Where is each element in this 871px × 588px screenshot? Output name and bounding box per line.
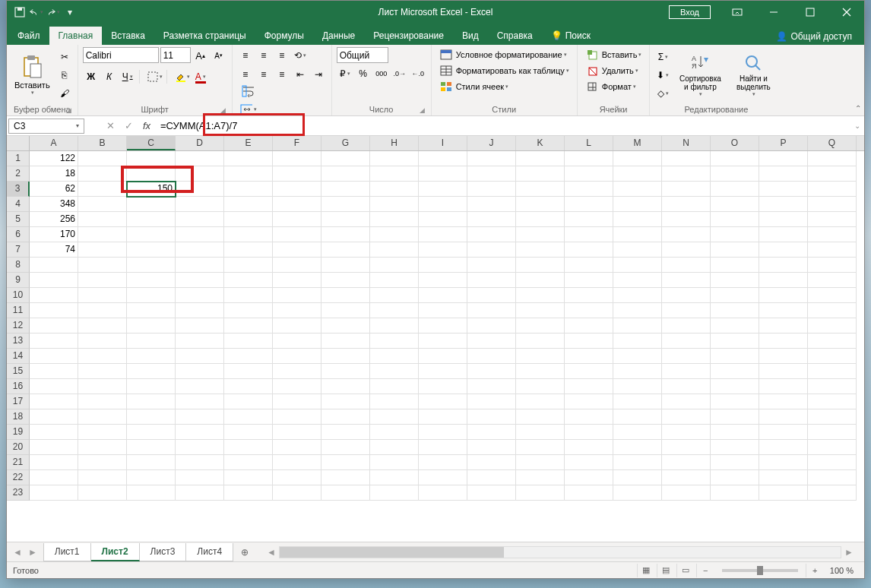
font-color-icon[interactable]: A (192, 68, 209, 85)
align-center-icon[interactable]: ≡ (255, 66, 272, 83)
cell[interactable] (273, 394, 321, 409)
cell[interactable] (273, 273, 321, 288)
cell[interactable] (662, 425, 711, 440)
cell[interactable] (78, 485, 127, 501)
cell[interactable] (370, 364, 419, 379)
cell[interactable] (419, 197, 467, 212)
cell[interactable] (516, 151, 565, 166)
cell[interactable] (467, 455, 516, 470)
cell[interactable] (516, 318, 565, 334)
cell[interactable] (78, 212, 127, 227)
name-box[interactable]: C3 (8, 119, 84, 134)
cell[interactable] (759, 197, 808, 212)
cell[interactable] (78, 151, 127, 166)
cell[interactable]: 122 (30, 151, 78, 166)
cell[interactable] (613, 303, 662, 318)
cell[interactable] (224, 440, 273, 455)
cell[interactable] (321, 470, 370, 485)
number-launcher-icon[interactable]: ◢ (420, 106, 425, 114)
col-header-q[interactable]: Q (808, 136, 857, 150)
cell[interactable] (711, 409, 759, 425)
cell[interactable] (613, 409, 662, 425)
cell[interactable] (176, 470, 224, 485)
cell[interactable] (808, 273, 857, 288)
cell[interactable] (759, 485, 808, 501)
cell[interactable] (419, 166, 467, 182)
cell[interactable] (127, 485, 176, 501)
cell[interactable] (30, 394, 78, 409)
cell[interactable] (711, 379, 759, 394)
cell[interactable] (127, 394, 176, 409)
row-header[interactable]: 3 (7, 182, 30, 197)
cell[interactable] (662, 349, 711, 364)
cell[interactable] (565, 349, 613, 364)
cell[interactable] (759, 379, 808, 394)
col-header-e[interactable]: E (224, 136, 273, 150)
cell[interactable] (30, 470, 78, 485)
cell[interactable] (613, 455, 662, 470)
cell[interactable] (176, 197, 224, 212)
cell[interactable] (127, 379, 176, 394)
cell[interactable] (370, 334, 419, 349)
cell[interactable] (662, 379, 711, 394)
cell[interactable] (759, 212, 808, 227)
col-header-b[interactable]: B (78, 136, 127, 150)
cell[interactable] (759, 288, 808, 303)
formula-input[interactable] (156, 119, 850, 133)
cell[interactable] (808, 288, 857, 303)
cell[interactable] (516, 364, 565, 379)
cell[interactable] (419, 242, 467, 258)
indent-dec-icon[interactable]: ⇤ (292, 66, 309, 83)
cell[interactable]: 256 (30, 212, 78, 227)
cell[interactable] (30, 288, 78, 303)
tab-help[interactable]: Справка (488, 27, 542, 45)
col-header-j[interactable]: J (467, 136, 516, 150)
row-header[interactable]: 6 (7, 227, 30, 242)
cell[interactable] (78, 227, 127, 242)
cell[interactable] (613, 151, 662, 166)
cell[interactable] (467, 485, 516, 501)
cell[interactable] (565, 182, 613, 197)
row-header[interactable]: 1 (7, 151, 30, 166)
cell[interactable] (321, 212, 370, 227)
cell[interactable] (662, 212, 711, 227)
cell[interactable] (565, 455, 613, 470)
format-cells-button[interactable]: Формат (582, 79, 645, 94)
cell[interactable] (565, 197, 613, 212)
cell[interactable] (273, 470, 321, 485)
cell[interactable] (808, 182, 857, 197)
cell[interactable] (419, 470, 467, 485)
cell[interactable] (516, 242, 565, 258)
cell[interactable] (321, 334, 370, 349)
cell[interactable] (30, 409, 78, 425)
row-header[interactable]: 7 (7, 242, 30, 258)
cell[interactable] (78, 364, 127, 379)
cell[interactable] (273, 425, 321, 440)
fx-icon[interactable]: fx (138, 118, 156, 134)
cell[interactable] (808, 379, 857, 394)
cell[interactable] (273, 349, 321, 364)
cell[interactable] (565, 318, 613, 334)
cell[interactable] (321, 425, 370, 440)
cell[interactable] (467, 379, 516, 394)
cell[interactable] (419, 258, 467, 273)
cell[interactable] (467, 440, 516, 455)
tab-view[interactable]: Вид (453, 27, 488, 45)
cell[interactable] (273, 440, 321, 455)
cell[interactable] (565, 212, 613, 227)
cell[interactable] (467, 349, 516, 364)
cell[interactable] (565, 470, 613, 485)
cell[interactable]: 62 (30, 182, 78, 197)
cell[interactable] (224, 394, 273, 409)
spreadsheet-grid[interactable]: A B C D E F G H I J K L M N O P Q 112221… (7, 136, 864, 542)
row-header[interactable]: 17 (7, 394, 30, 409)
sheet-tab-2[interactable]: Лист2 (91, 543, 140, 561)
cell[interactable] (419, 455, 467, 470)
cell[interactable] (516, 182, 565, 197)
cell[interactable] (321, 151, 370, 166)
cell[interactable] (808, 470, 857, 485)
cell[interactable] (321, 349, 370, 364)
inc-decimal-icon[interactable]: .0→ (391, 65, 408, 82)
zoom-out-icon[interactable]: − (696, 564, 714, 577)
cell[interactable] (662, 151, 711, 166)
